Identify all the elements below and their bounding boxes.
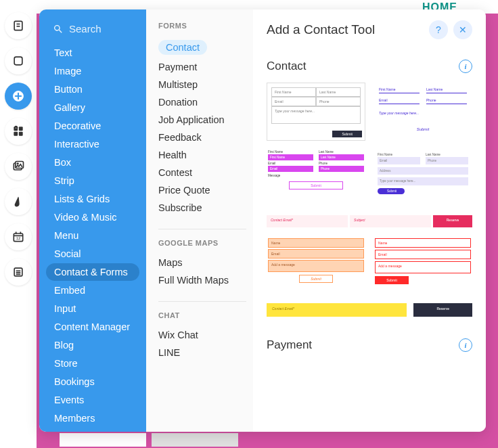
tool-apps[interactable]: +	[5, 118, 32, 145]
category-item[interactable]: Store	[46, 355, 139, 372]
category-item[interactable]: Gallery	[46, 99, 139, 116]
search-input[interactable]	[69, 23, 137, 35]
chat-header: CHAT	[158, 301, 246, 319]
subcategory-item[interactable]: Feedback	[158, 129, 253, 146]
subcategory-item[interactable]: Multistep	[158, 76, 253, 93]
tool-add[interactable]	[5, 83, 32, 110]
close-button[interactable]: ✕	[453, 20, 472, 39]
category-item[interactable]: Lists & Grids	[46, 190, 139, 208]
tool-bookings[interactable]: 12	[5, 223, 32, 250]
contact-template-2[interactable]: First NameLast Name EmailPhone Type your…	[374, 83, 472, 141]
svg-rect-3	[14, 57, 22, 65]
category-item[interactable]: Contact & Forms	[46, 263, 139, 281]
contact-template-7[interactable]: Name Email Add a message Submit	[374, 237, 472, 295]
info-icon[interactable]: i	[459, 60, 472, 73]
subcategory-item[interactable]: Wix Chat	[158, 326, 253, 344]
category-item[interactable]: Strip	[46, 172, 139, 189]
subcategory-item[interactable]: Contact	[158, 37, 253, 58]
left-toolbar: + 12	[0, 0, 37, 448]
category-item[interactable]: Embed	[46, 282, 139, 299]
subcategory-item[interactable]: Contest	[158, 164, 253, 181]
subcategory-item[interactable]: Donation	[158, 93, 253, 111]
maps-header: GOOGLE MAPS	[158, 229, 246, 247]
subcategory-item[interactable]: Job Application	[158, 111, 253, 129]
canvas-element	[60, 433, 146, 447]
search-icon	[53, 24, 64, 35]
category-item[interactable]: My Designs	[46, 428, 139, 432]
category-item[interactable]: Video & Music	[46, 208, 139, 226]
panel-title: Add a Contact Tool	[267, 22, 375, 37]
subcategory-item[interactable]: Health	[158, 146, 253, 164]
categories-sidebar: TextImageButtonGalleryDecorativeInteract…	[39, 9, 146, 432]
add-panel: TextImageButtonGalleryDecorativeInteract…	[39, 9, 486, 432]
contact-template-5[interactable]: Contact Email* Subject Reserve	[267, 215, 472, 229]
forms-header: FORMS	[158, 22, 253, 30]
category-item[interactable]: Events	[46, 391, 139, 409]
category-item[interactable]: Social	[46, 245, 139, 263]
category-item[interactable]: Text	[46, 44, 139, 62]
subcategory-item[interactable]: LINE	[158, 344, 253, 361]
main-panel: Add a Contact Tool ? ✕ Contact i First N…	[253, 9, 486, 432]
svg-rect-8	[19, 132, 23, 136]
contact-template-8[interactable]: Contact Email* Reserve	[267, 303, 472, 318]
contact-template-6[interactable]: Name Email Add a message Submit	[267, 237, 365, 295]
category-item[interactable]: Members	[46, 409, 139, 427]
subcategory-item[interactable]: Full Width Maps	[158, 271, 253, 289]
contact-template-3[interactable]: First NameFirst Name Last NameLast Name …	[267, 149, 365, 207]
svg-rect-6	[19, 127, 23, 131]
payment-section-title: Payment	[267, 338, 312, 352]
category-item[interactable]: Box	[46, 154, 139, 171]
subcategory-item[interactable]: Payment	[158, 58, 253, 76]
category-item[interactable]: Content Manager	[46, 318, 139, 336]
category-item[interactable]: Input	[46, 300, 139, 317]
tool-background[interactable]	[5, 47, 32, 74]
tool-content[interactable]	[5, 259, 32, 286]
help-button[interactable]: ?	[429, 20, 448, 39]
category-item[interactable]: Button	[46, 81, 139, 98]
category-item[interactable]: Bookings	[46, 373, 139, 390]
category-item[interactable]: Menu	[46, 227, 139, 244]
category-item[interactable]: Decorative	[46, 117, 139, 135]
category-list: TextImageButtonGalleryDecorativeInteract…	[39, 44, 146, 432]
category-item[interactable]: Image	[46, 62, 139, 80]
subcategory-item[interactable]: Price Quote	[158, 181, 253, 199]
search-box[interactable]	[39, 19, 146, 44]
contact-templates-grid: First NameLast Name EmailPhone Type your…	[267, 83, 472, 318]
category-item[interactable]: Interactive	[46, 135, 139, 153]
svg-point-13	[17, 163, 18, 164]
svg-rect-7	[14, 132, 18, 136]
category-item[interactable]: Blog	[46, 336, 139, 354]
tool-pages[interactable]	[5, 12, 32, 39]
contact-template-1[interactable]: First NameLast Name EmailPhone Type your…	[267, 83, 365, 141]
canvas-element	[152, 433, 238, 447]
svg-text:12: 12	[16, 236, 20, 240]
subcategory-sidebar: FORMS ContactPaymentMultistepDonationJob…	[146, 9, 253, 432]
contact-section-title: Contact	[267, 60, 307, 73]
subcategory-item[interactable]: Maps	[158, 254, 253, 271]
subcategory-item[interactable]: Subscribe	[158, 199, 253, 217]
info-icon[interactable]: i	[459, 338, 472, 352]
contact-template-4[interactable]: First NameEmail Last NamePhone Address T…	[374, 149, 472, 207]
tool-blog[interactable]	[5, 188, 32, 215]
tool-media[interactable]	[5, 153, 32, 180]
